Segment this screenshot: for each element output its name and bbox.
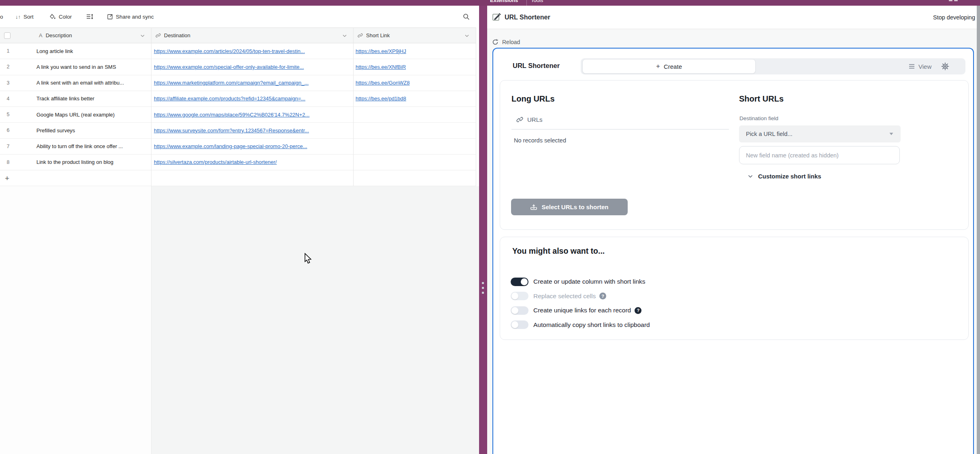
short-link-cell[interactable]: https://bes.ee/pd1bd8 [353,91,476,106]
option-row: Automatically copy short links to clipbo… [511,320,650,329]
table-import-icon [530,204,537,210]
destination-cell[interactable]: https://silvertaza.com/products/airtable… [151,155,353,170]
description-cell[interactable]: Ability to turn off the link once offer … [16,139,151,154]
short-link-cell[interactable]: https://bes.ee/XP9jHJ [353,43,476,59]
search-icon [463,13,470,20]
chevron-down-icon[interactable] [465,34,469,37]
destination-cell[interactable]: https://www.surveysite.com/form?entry.12… [151,123,353,138]
menu-lines-icon [909,64,915,69]
settings-gear-button[interactable] [940,62,950,71]
row-number: 5 [0,107,16,122]
short-link-cell[interactable] [353,155,476,170]
search-button[interactable] [463,6,470,28]
table-row[interactable]: 5 Google Maps URL (real example) https:/… [0,107,476,123]
destination-cell[interactable]: https://www.google.com/maps/place/59%C2%… [151,107,353,122]
destination-cell[interactable]: https://affiliate.example.com/products?r… [151,91,353,106]
destination-link[interactable]: https://www.google.com/maps/place/59%C2%… [154,112,309,118]
short-link[interactable]: https://bes.ee/pd1bd8 [356,95,406,102]
column-label: Destination [164,32,190,38]
select-urls-button[interactable]: Select URLs to shorten [511,199,628,215]
topbar-icon-fragment [954,0,958,1]
toolbar-item-clipped[interactable]: o [0,6,4,28]
table-row[interactable]: 4 Track affiliate links better https://a… [0,91,476,107]
fields-card: Long URLs URLs No records selected [500,80,969,230]
select-all-checkbox[interactable] [4,32,11,39]
urls-tab-label: URLs [527,116,543,123]
top-nav-bar: Extensions Tools [0,0,980,6]
card-title: URL Shortener [513,62,560,70]
column-header-short-link[interactable]: Short Link [353,28,476,43]
short-link-cell[interactable]: https://bes.ee/GonWZ8 [353,75,476,91]
plus-icon[interactable]: + [5,174,9,182]
short-link-cell[interactable] [353,107,476,122]
table-row[interactable]: 7 Ability to turn off the link once offe… [0,139,476,155]
chevron-down-icon[interactable] [141,34,145,37]
destination-link[interactable]: https://www.example.com/special-offer-on… [154,64,304,70]
column-header-destination[interactable]: Destination [151,28,353,43]
view-tab[interactable]: View [909,58,931,74]
short-link[interactable]: https://bes.ee/GonWZ8 [356,80,410,86]
urls-field-tab[interactable]: URLs [516,116,543,123]
extension-title: URL Shortener [505,14,550,21]
customize-short-links-toggle[interactable]: Customize short links [748,173,821,180]
description-cell[interactable]: Google Maps URL (real example) [16,107,151,122]
table-row[interactable]: 2 A link you want to send in an SMS http… [0,59,476,75]
link-field-icon [156,33,161,38]
destination-link[interactable]: https://www.marketingplatform.com/campai… [154,80,309,86]
description-cell[interactable]: Track affiliate links better [16,91,151,106]
description-cell[interactable]: Long article link [16,43,151,59]
table-row[interactable]: 3 A link sent with an email with attribu… [0,75,476,91]
tab-tools[interactable]: Tools [531,0,543,3]
reload-button[interactable]: Reload [492,39,520,45]
short-link-cell[interactable]: https://bes.ee/XNfBiR [353,59,476,74]
table-row[interactable]: 1 Long article link https://www.example.… [0,43,476,59]
option-row: Create unique links for each record ? [511,306,650,315]
sort-arrows-icon: ↓↑ [15,14,21,20]
grid-empty-area [0,186,151,454]
help-icon[interactable]: ? [635,307,641,314]
description-cell[interactable]: Prefilled surveys [16,123,151,138]
text-field-icon: A [39,32,43,38]
destination-cell[interactable]: https://www.marketingplatform.com/campai… [151,75,353,91]
table-row[interactable]: 6 Prefilled surveys https://www.surveysi… [0,123,476,138]
destination-link[interactable]: https://affiliate.example.com/products?r… [154,95,305,102]
toggle-switch[interactable] [511,306,528,315]
toggle-switch[interactable] [511,320,528,329]
create-tab[interactable]: + Create [582,59,756,74]
short-link[interactable]: https://bes.ee/XP9jHJ [356,48,406,54]
destination-link[interactable]: https://www.example.com/landing-page-spe… [154,143,307,149]
url-field-picker[interactable]: Pick a URL field... [739,125,901,142]
table-row[interactable]: 8 Link to the product listing on blog ht… [0,155,476,170]
destination-link[interactable]: https://silvertaza.com/products/airtable… [154,159,277,165]
help-icon[interactable]: ? [599,293,606,299]
color-button[interactable]: Color [49,6,72,28]
toggle-switch[interactable] [511,278,528,286]
add-record-row[interactable]: + [0,170,476,186]
column-label: Description [46,32,72,38]
sort-button[interactable]: ↓↑ Sort [15,6,34,28]
extension-header: URL Shortener Stop developing [487,6,980,29]
stop-developing-button[interactable]: Stop developing [933,14,975,21]
destination-link[interactable]: https://www.example.com/articles/2024/05… [154,48,305,54]
share-icon [107,14,113,20]
short-link-cell[interactable] [353,123,476,138]
tab-extensions[interactable]: Extensions [490,0,518,3]
chevron-down-icon[interactable] [343,34,347,37]
share-and-sync-button[interactable]: Share and sync [107,6,154,28]
destination-link[interactable]: https://www.surveysite.com/form?entry.12… [154,127,309,134]
short-link-cell[interactable] [353,139,476,154]
column-header-description[interactable]: A Description [16,28,151,43]
toggle-switch[interactable] [511,292,528,300]
destination-cell[interactable]: https://www.example.com/articles/2024/05… [151,43,353,59]
description-cell[interactable]: Link to the product listing on blog [16,155,151,170]
description-cell[interactable]: A link sent with an email with attribu..… [16,75,151,91]
new-field-name-input[interactable] [739,146,900,164]
description-cell[interactable]: A link you want to send in an SMS [16,59,151,74]
destination-cell[interactable]: https://www.example.com/special-offer-on… [151,59,353,74]
pane-resize-handle[interactable] [479,0,487,454]
destination-cell[interactable]: https://www.example.com/landing-page-spe… [151,139,353,154]
panel-scrollbar[interactable] [977,6,980,454]
short-link[interactable]: https://bes.ee/XNfBiR [356,64,406,70]
row-height-button[interactable] [86,6,94,28]
share-label: Share and sync [116,14,154,20]
